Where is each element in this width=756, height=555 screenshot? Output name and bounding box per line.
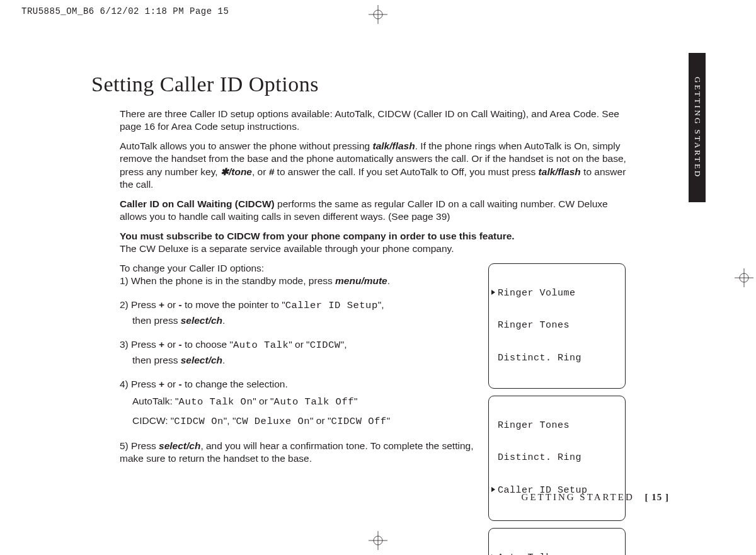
step-5: 5) Press select/ch, and you will hear a … bbox=[120, 440, 476, 466]
registration-mark-right bbox=[735, 268, 753, 287]
section-tab-label: GETTING STARTED bbox=[692, 77, 702, 178]
registration-mark-top bbox=[369, 5, 387, 24]
paragraph-autotalk: AutoTalk allows you to answer the phone … bbox=[120, 140, 630, 192]
step-3: 3) Press + or - to choose "Auto Talk" or… bbox=[120, 338, 476, 367]
step-4: 4) Press + or - to change the selection.… bbox=[120, 378, 476, 428]
page-area: GETTING STARTED Setting Caller ID Option… bbox=[72, 38, 706, 523]
page-footer: GETTING STARTED [ 15 ] bbox=[522, 492, 669, 503]
section-tab: GETTING STARTED bbox=[689, 53, 706, 202]
steps-intro: To change your Caller ID options: bbox=[120, 262, 476, 275]
lcd-screen-1: Ringer Volume Ringer Tones Distinct. Rin… bbox=[488, 263, 626, 389]
footer-section: GETTING STARTED bbox=[522, 492, 634, 502]
print-slug: TRU5885_OM_B6 6/12/02 1:18 PM Page 15 bbox=[21, 6, 229, 16]
step-2: 2) Press + or - to move the pointer to "… bbox=[120, 299, 476, 327]
paragraph-subscribe: You must subscribe to CIDCW from your ph… bbox=[120, 230, 630, 256]
footer-page-number: [ 15 ] bbox=[645, 492, 670, 502]
body-text: There are three Caller ID setup options … bbox=[120, 108, 630, 555]
content-area: Setting Caller ID Options There are thre… bbox=[91, 72, 639, 555]
lcd-column: Ringer Volume Ringer Tones Distinct. Rin… bbox=[488, 262, 630, 555]
paragraph-cidcw: Caller ID on Call Waiting (CIDCW) perfor… bbox=[120, 198, 630, 224]
lcd-screen-3: Auto Talk CIDCW Area Code bbox=[488, 528, 626, 555]
paragraph-intro: There are three Caller ID setup options … bbox=[120, 108, 630, 134]
steps-column: To change your Caller ID options: 1) Whe… bbox=[120, 262, 476, 477]
page-title: Setting Caller ID Options bbox=[91, 72, 639, 96]
step-1: 1) When the phone is in the standby mode… bbox=[120, 275, 476, 287]
